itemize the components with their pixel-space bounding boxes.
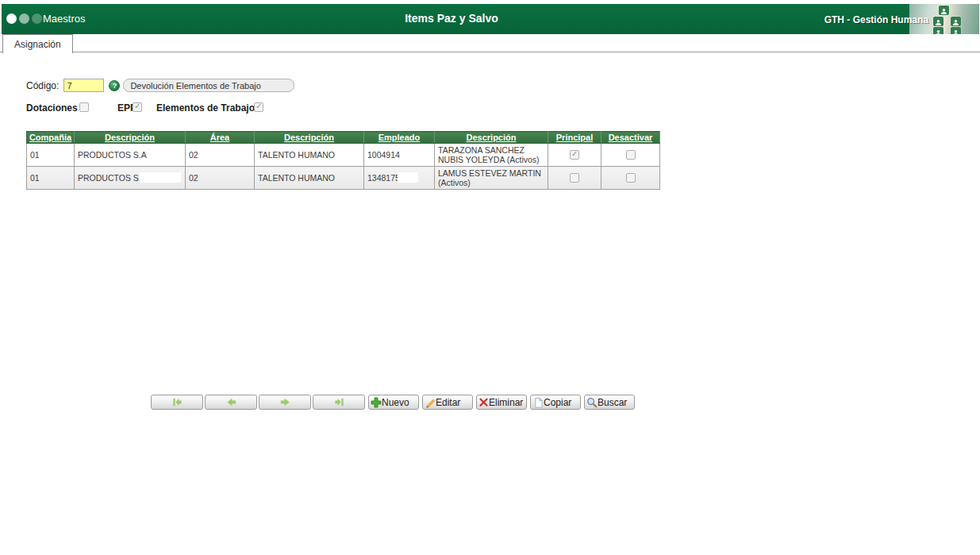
column-header-principal[interactable]: Principal	[548, 132, 601, 144]
dot-icon	[6, 13, 17, 24]
first-page-icon	[171, 396, 183, 408]
buscar-button[interactable]: Buscar	[584, 395, 635, 410]
previous-icon	[225, 396, 237, 408]
plus-icon	[371, 397, 382, 408]
dotaciones-checkbox[interactable]	[79, 102, 89, 112]
elementos-checkbox[interactable]	[254, 102, 263, 112]
window-dots-icon	[6, 13, 42, 24]
column-header-compania[interactable]: Compañia	[27, 132, 75, 144]
search-icon	[586, 397, 598, 408]
table-row[interactable]: 01 PRODUCTOS S.A 02 TALENTO HUMANO 10049…	[27, 144, 660, 167]
elementos-label: Elementos de Trabajo	[156, 102, 255, 114]
cell-area: 02	[186, 167, 255, 190]
cell-compania: 01	[27, 167, 75, 190]
editar-label: Editar	[436, 397, 460, 408]
column-header-descripcion-2[interactable]: Descripción	[255, 132, 364, 144]
page-title: Items Paz y Salvo	[356, 12, 547, 25]
codigo-row: Código: ? Devolución Elementos de Trabaj…	[26, 79, 294, 92]
cell-compania-desc: PRODUCTOS S.A	[75, 144, 186, 167]
cell-principal	[548, 144, 601, 167]
last-page-button[interactable]	[313, 395, 365, 410]
cell-desactivar	[601, 167, 660, 190]
assignment-grid: Compañia Descripción Área Descripción Em…	[26, 131, 660, 190]
principal-checkbox[interactable]	[570, 173, 579, 183]
principal-checkbox[interactable]	[570, 150, 579, 160]
table-row[interactable]: 01 PRODUCTOS S.A 02 TALENTO HUMANO 13481…	[27, 167, 660, 190]
dot-icon	[19, 13, 29, 24]
nuevo-label: Nuevo	[382, 397, 409, 408]
person-icon	[951, 17, 961, 26]
page: Maestros Items Paz y Salvo GTH - Gestión…	[0, 0, 980, 555]
epp-checkbox[interactable]	[133, 102, 142, 112]
cell-empleado-desc: TARAZONA SANCHEZ NUBIS YOLEYDA (Activos)	[435, 144, 548, 167]
codigo-input[interactable]	[63, 79, 104, 92]
desactivar-checkbox[interactable]	[626, 173, 636, 183]
person-icon	[933, 17, 943, 26]
cell-text: PRODUCTOS S.A	[78, 173, 147, 183]
cell-compania-desc: PRODUCTOS S.A	[75, 167, 186, 190]
codigo-label: Código:	[26, 80, 59, 91]
tab-strip: Asignación	[0, 34, 980, 52]
previous-page-button[interactable]	[205, 395, 257, 410]
cell-text: 1348175	[367, 173, 400, 183]
cell-principal	[548, 167, 601, 190]
app-title: Maestros	[43, 13, 85, 25]
cell-empleado: 1348175	[364, 167, 435, 190]
copy-icon	[532, 397, 544, 408]
checkbox-row: Dotaciones EPP Elementos de Trabajo	[0, 101, 980, 114]
cell-area: 02	[186, 144, 255, 167]
eliminar-button[interactable]: Eliminar	[476, 395, 527, 410]
pager	[151, 395, 365, 410]
nuevo-button[interactable]: Nuevo	[368, 395, 419, 410]
copiar-label: Copiar	[544, 397, 571, 408]
tab-asignacion[interactable]: Asignación	[2, 34, 73, 53]
title-bar: Maestros Items Paz y Salvo GTH - Gestión…	[2, 4, 979, 34]
column-header-desactivar[interactable]: Desactivar	[601, 132, 660, 144]
person-icon	[939, 6, 949, 15]
brand-label: GTH - Gestión Humana	[824, 14, 928, 25]
first-page-button[interactable]	[151, 395, 203, 410]
toolbar: Nuevo Editar Eliminar Copiar Buscar	[151, 395, 635, 410]
dotaciones-label: Dotaciones	[26, 102, 78, 114]
redaction-box	[398, 172, 418, 183]
desactivar-checkbox[interactable]	[626, 150, 636, 160]
copiar-button[interactable]: Copiar	[530, 395, 581, 410]
editar-button[interactable]: Editar	[422, 395, 473, 410]
delete-x-icon	[478, 397, 489, 407]
dot-icon	[32, 13, 42, 24]
redaction-box	[140, 172, 181, 183]
cell-empleado-desc: LAMUS ESTEVEZ MARTIN (Activos)	[435, 167, 548, 190]
buscar-label: Buscar	[598, 397, 627, 408]
column-header-empleado[interactable]: Empleado	[364, 132, 435, 144]
cell-empleado: 1004914	[364, 144, 435, 167]
next-icon	[279, 396, 291, 408]
cell-desactivar	[601, 144, 660, 167]
cell-area-desc: TALENTO HUMANO	[255, 167, 364, 190]
column-header-descripcion-3[interactable]: Descripción	[435, 132, 548, 144]
help-icon[interactable]: ?	[109, 80, 120, 91]
descripcion-field[interactable]: Devolución Elementos de Trabajo	[123, 79, 294, 92]
cell-compania: 01	[27, 144, 75, 167]
column-header-descripcion-1[interactable]: Descripción	[75, 132, 186, 144]
eliminar-label: Eliminar	[489, 397, 523, 408]
cell-area-desc: TALENTO HUMANO	[255, 144, 364, 167]
grid-header-row: Compañia Descripción Área Descripción Em…	[27, 132, 660, 144]
column-header-area[interactable]: Área	[186, 132, 255, 144]
last-page-icon	[333, 396, 345, 408]
pencil-icon	[425, 397, 436, 408]
next-page-button[interactable]	[259, 395, 311, 410]
